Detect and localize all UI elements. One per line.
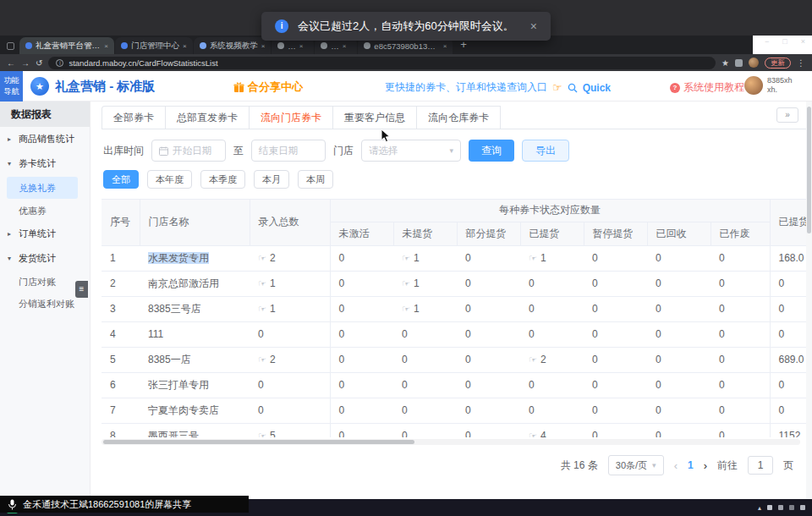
count-cell: 0 xyxy=(393,372,457,398)
count-value: 0 xyxy=(719,354,725,365)
tray-icon[interactable] xyxy=(767,505,772,510)
expand-tabs-button[interactable]: » xyxy=(776,107,798,123)
filter-bar: 出库时间 开始日期 至 结束日期 门店 请选择 ▾ 查询 导出 xyxy=(103,140,812,162)
user-avatar[interactable] xyxy=(744,76,763,95)
vertical-scrollbar[interactable] xyxy=(806,102,812,499)
end-date-input[interactable]: 结束日期 xyxy=(251,140,326,162)
horizontal-scrollbar[interactable] xyxy=(102,439,800,445)
sidebar-item[interactable]: 兑换礼券 xyxy=(7,177,78,199)
table-row: 38385三号店☞10☞1000000 xyxy=(102,296,812,321)
quick-filter-pill[interactable]: 本季度 xyxy=(200,170,245,189)
quick-filter-pill[interactable]: 本周 xyxy=(298,170,333,189)
pointer-icon[interactable]: ☞ xyxy=(529,431,537,437)
user-menu[interactable]: 8385xh xh. xyxy=(744,76,793,95)
sidebar-group[interactable]: ▾发货统计 xyxy=(0,246,90,271)
pointer-icon[interactable]: ☞ xyxy=(258,304,266,314)
pointer-icon[interactable]: ☞ xyxy=(402,278,410,288)
start-date-input[interactable]: 开始日期 xyxy=(151,140,226,162)
pointer-icon[interactable]: ☞ xyxy=(402,253,410,263)
count-value: 0 xyxy=(339,379,345,391)
window-minimize-button[interactable]: − xyxy=(765,37,769,46)
pointer-icon[interactable]: ☞ xyxy=(529,354,537,365)
h-scroll-thumb[interactable] xyxy=(103,440,414,444)
share-center-link[interactable]: 合分享中心 xyxy=(233,80,303,95)
tab-close-icon[interactable]: × xyxy=(443,42,447,50)
tray-icon[interactable] xyxy=(778,505,783,510)
page-size-select[interactable]: 30条/页 ▾ xyxy=(608,455,664,475)
sidebar-group[interactable]: ▸商品销售统计 xyxy=(0,127,90,151)
browser-menu-icon[interactable]: ⋮ xyxy=(797,58,805,68)
table-header-cell: 已提货 xyxy=(520,222,584,245)
count-cell: 0 xyxy=(250,398,330,423)
prev-page-button[interactable]: ‹ xyxy=(674,459,678,472)
tab-close-icon[interactable]: × xyxy=(104,42,108,50)
tray-icon[interactable] xyxy=(789,505,794,510)
count-cell: 0 xyxy=(584,321,647,347)
quick-filter-pill[interactable]: 全部 xyxy=(103,170,139,189)
url-field[interactable]: i standard.maboy.cn/CardFlowStatisticsLi… xyxy=(48,57,716,69)
sidebar-group[interactable]: ▸订单统计 xyxy=(0,222,90,246)
pointer-icon[interactable]: ☞ xyxy=(258,354,266,365)
reload-button[interactable]: ↺ xyxy=(36,58,42,68)
toast-close-icon[interactable]: × xyxy=(530,19,537,33)
quick-tip-text: 更快捷的券卡、订单和快递查询入口 xyxy=(385,80,547,95)
count-value: 0 xyxy=(592,303,598,315)
extensions-icon[interactable] xyxy=(735,59,743,67)
tab-close-icon[interactable]: × xyxy=(343,42,347,50)
count-value: 0 xyxy=(529,328,535,340)
window-maximize-button[interactable]: □ xyxy=(782,37,787,46)
quick-search-link[interactable]: Quick xyxy=(583,82,611,94)
sidebar-group[interactable]: ▾券卡统计 xyxy=(0,151,90,176)
window-close-button[interactable]: × xyxy=(801,37,805,46)
tray-icon[interactable] xyxy=(800,505,805,510)
sidebar-item[interactable]: 优惠券 xyxy=(0,200,90,222)
search-button[interactable]: 查询 xyxy=(469,140,514,162)
goto-label: 前往 xyxy=(717,458,738,473)
pointer-icon[interactable]: ☞ xyxy=(258,253,266,263)
count-value: 1 xyxy=(414,303,420,315)
browser-tab[interactable]: 门店管理中心× xyxy=(115,37,193,54)
store-name-cell: 111 xyxy=(140,321,250,347)
count-value: 0 xyxy=(529,404,535,416)
back-button[interactable]: ← xyxy=(7,58,15,68)
goto-page-input[interactable] xyxy=(748,456,773,475)
site-info-icon[interactable]: i xyxy=(56,59,63,67)
content-tab[interactable]: 全部券卡 xyxy=(102,106,166,129)
func-nav-toggle[interactable]: 功能 导航 xyxy=(0,71,23,102)
count-cell: ☞1 xyxy=(250,271,330,296)
update-button[interactable]: 更新 xyxy=(765,58,791,69)
pointer-icon[interactable]: ☞ xyxy=(529,253,537,263)
search-icon[interactable] xyxy=(568,83,578,93)
browser-profile-avatar[interactable] xyxy=(749,58,759,68)
quick-filter-pill[interactable]: 本年度 xyxy=(147,170,192,189)
tab-search-icon[interactable] xyxy=(7,42,14,50)
content-tab[interactable]: 流向仓库券卡 xyxy=(416,106,501,129)
tutorial-link[interactable]: ? 系统使用教程 xyxy=(670,80,744,95)
forward-button[interactable]: → xyxy=(21,58,30,68)
count-cell: 0 xyxy=(330,296,393,321)
tab-title: 礼盒营销平台管理中心 xyxy=(36,41,101,52)
store-select[interactable]: 请选择 ▾ xyxy=(361,140,461,162)
export-button[interactable]: 导出 xyxy=(522,140,569,162)
content-tab[interactable]: 重要客户信息 xyxy=(332,106,417,129)
next-page-button[interactable]: › xyxy=(704,459,707,472)
tab-close-icon[interactable]: × xyxy=(299,42,304,50)
content-tab[interactable]: 流向门店券卡 xyxy=(249,106,333,129)
browser-tab[interactable]: 系统视频教学× xyxy=(194,37,272,54)
pointer-icon[interactable]: ☞ xyxy=(258,431,266,437)
bookmark-star-icon[interactable]: ★ xyxy=(721,58,729,68)
count-value: 4 xyxy=(540,430,546,437)
pointer-icon[interactable]: ☞ xyxy=(402,304,410,314)
v-scroll-thumb[interactable] xyxy=(807,107,811,233)
sidebar-collapse-handle[interactable]: ≡ xyxy=(75,281,88,298)
tray-caret-icon[interactable]: ▴ xyxy=(758,504,761,512)
tab-close-icon[interactable]: × xyxy=(183,42,187,50)
browser-tab[interactable]: 礼盒营销平台管理中心× xyxy=(19,37,114,54)
page-number[interactable]: 1 xyxy=(688,459,694,471)
count-cell: 0 xyxy=(250,372,330,398)
content-tab[interactable]: 总部直发券卡 xyxy=(165,106,250,129)
store-name: 8385三号店 xyxy=(148,303,201,315)
pointer-icon[interactable]: ☞ xyxy=(258,278,266,288)
quick-filter-pill[interactable]: 本月 xyxy=(254,170,289,189)
tab-close-icon[interactable]: × xyxy=(261,42,266,50)
